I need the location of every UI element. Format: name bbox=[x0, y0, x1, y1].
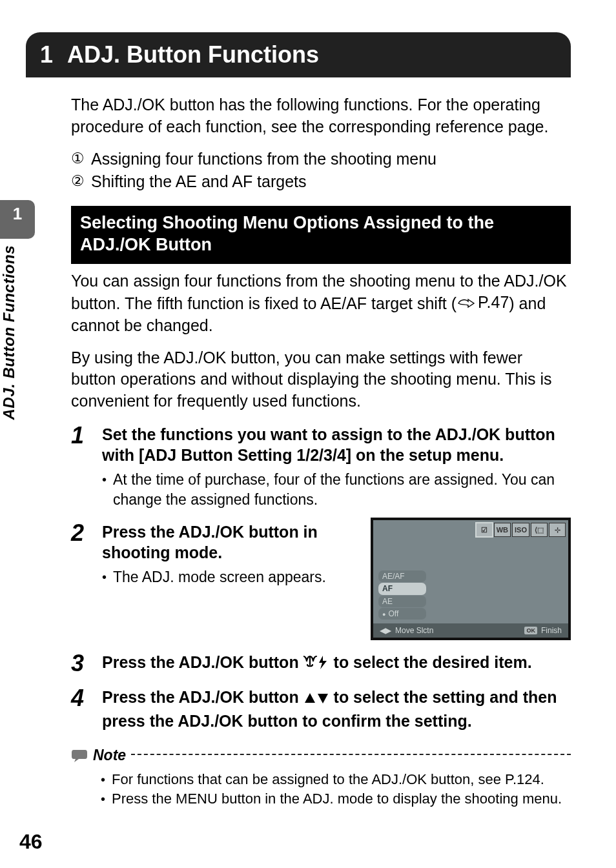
text-run: Press the ADJ./OK button bbox=[102, 653, 303, 671]
list-item-text: Assigning four functions from the shooti… bbox=[91, 148, 436, 170]
step-number: 3 bbox=[71, 652, 89, 676]
lcd-menu-item-selected: AF bbox=[378, 583, 426, 594]
list-item-text: For functions that can be assigned to th… bbox=[112, 770, 544, 789]
note-dash-rule bbox=[131, 754, 571, 755]
af-target-icon: ⟨⬚ bbox=[531, 523, 548, 537]
step: 1 Set the functions you want to assign t… bbox=[71, 424, 571, 510]
ok-badge-icon: OK bbox=[524, 627, 537, 634]
list-item-text: The ADJ. mode screen appears. bbox=[113, 567, 326, 587]
section-number: 1 bbox=[13, 204, 22, 224]
left-right-arrows-icon: ◀▶ bbox=[380, 625, 391, 636]
step-number: 1 bbox=[71, 424, 89, 510]
list-item: ②Shifting the AE and AF targets bbox=[71, 171, 571, 193]
step: 4 Press the ADJ./OK button to select the… bbox=[71, 687, 571, 731]
crosshair-icon: ⊹ bbox=[549, 523, 566, 537]
white-balance-icon: WB bbox=[494, 523, 511, 537]
section-number-badge: 1 bbox=[0, 200, 35, 239]
step-title: Press the ADJ./OK button to select the s… bbox=[102, 687, 571, 731]
step-title: Set the functions you want to assign to … bbox=[102, 424, 571, 466]
chapter-title: ADJ. Button Functions bbox=[67, 41, 319, 68]
list-item: At the time of purchase, four of the fun… bbox=[102, 470, 571, 510]
paragraph: You can assign four functions from the s… bbox=[71, 270, 571, 337]
intro-paragraph: The ADJ./OK button has the following fun… bbox=[71, 94, 571, 138]
step: 2 Press the ADJ./OK button in shooting m… bbox=[71, 521, 571, 640]
lcd-hint-left: Move Slctn bbox=[395, 625, 433, 636]
lcd-menu-item: AE/AF bbox=[378, 570, 426, 582]
list-item-text: Press the MENU button in the ADJ. mode t… bbox=[112, 789, 562, 809]
step-title: Press the ADJ./OK button in shooting mod… bbox=[102, 521, 359, 563]
note-label: Note bbox=[93, 745, 126, 765]
subsection-heading: Selecting Shooting Menu Options Assigned… bbox=[71, 206, 571, 264]
page-reference: P.47 bbox=[478, 292, 509, 314]
lcd-bottom-bar: ◀▶ Move Slctn OK Finish bbox=[373, 623, 568, 638]
lcd-top-icon-row: ☑ WB ISO ⟨⬚ ⊹ bbox=[476, 523, 566, 537]
chapter-number: 1 bbox=[40, 41, 53, 68]
lcd-menu-item: AE bbox=[378, 596, 426, 607]
list-item: ①Assigning four functions from the shoot… bbox=[71, 148, 571, 170]
circled-number-icon: ② bbox=[71, 171, 85, 193]
macro-flash-icon bbox=[303, 654, 329, 676]
note-bubble-icon bbox=[71, 749, 88, 763]
section-label-vertical: ADJ. Button Functions bbox=[0, 245, 18, 419]
lcd-menu-item: ●Off bbox=[378, 608, 426, 620]
lcd-menu-list: AE/AF AF AE ●Off bbox=[378, 570, 426, 620]
list-item: For functions that can be assigned to th… bbox=[101, 770, 571, 789]
side-margin: 1 ADJ. Button Functions bbox=[0, 200, 39, 419]
list-item: Press the MENU button in the ADJ. mode t… bbox=[101, 789, 571, 809]
cross-reference: P.47 bbox=[457, 292, 509, 314]
numbered-function-list: ①Assigning four functions from the shoot… bbox=[71, 148, 571, 194]
lcd-hint-right: Finish bbox=[541, 625, 562, 636]
page-number: 46 bbox=[19, 830, 43, 854]
text-run: to select the desired item. bbox=[329, 653, 532, 671]
list-item-text: Shifting the AE and AF targets bbox=[91, 171, 307, 193]
step-number: 2 bbox=[71, 521, 89, 640]
up-down-arrows-icon bbox=[303, 689, 329, 711]
camera-lcd-screenshot: ☑ WB ISO ⟨⬚ ⊹ AE/AF AF AE ●Off ◀▶ Mo bbox=[371, 518, 571, 640]
list-item-text: At the time of purchase, four of the fun… bbox=[113, 470, 571, 510]
exposure-comp-icon: ☑ bbox=[476, 523, 493, 537]
note-heading-row: Note bbox=[71, 745, 571, 765]
reference-hand-icon bbox=[457, 296, 476, 309]
step: 3 Press the ADJ./OK button to select the… bbox=[71, 652, 571, 676]
list-item: The ADJ. mode screen appears. bbox=[102, 567, 359, 587]
chapter-heading-bar: 1 ADJ. Button Functions bbox=[26, 32, 571, 77]
text-run: Press the ADJ./OK button bbox=[102, 688, 303, 706]
step-number: 4 bbox=[71, 687, 89, 731]
paragraph: By using the ADJ./OK button, you can mak… bbox=[71, 347, 571, 412]
step-title: Press the ADJ./OK button to select the d… bbox=[102, 652, 571, 676]
iso-icon: ISO bbox=[512, 523, 529, 537]
circled-number-icon: ① bbox=[71, 148, 85, 170]
